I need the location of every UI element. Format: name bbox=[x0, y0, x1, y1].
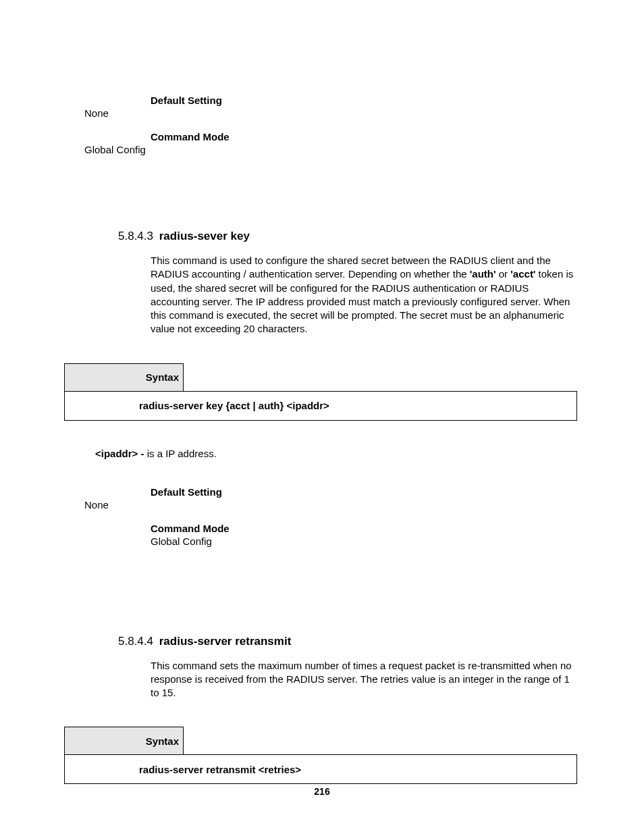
syntax-table-2: Syntax radius-server retransmit <retries… bbox=[64, 727, 577, 784]
section-heading-radius-server-retransmit: 5.8.4.4 radius-server retransmit bbox=[118, 635, 580, 648]
page-number: 216 bbox=[0, 786, 644, 797]
syntax-blank-cell-1 bbox=[184, 363, 577, 391]
section-number-2: 5.8.4.4 bbox=[118, 635, 153, 648]
param-desc-ipaddr: <ipaddr> - is a IP address. bbox=[95, 448, 580, 459]
syntax-command-1: radius-server key {acct | auth} <ipaddr> bbox=[65, 391, 577, 420]
section-heading-radius-server-key: 5.8.4.3 radius-sever key bbox=[118, 230, 580, 243]
syntax-label-cell-1: Syntax bbox=[65, 363, 184, 391]
syntax-label-cell-2: Syntax bbox=[65, 727, 184, 755]
param-name-ipaddr: <ipaddr> - bbox=[95, 448, 147, 459]
section-body-2: This command sets the maximum number of … bbox=[151, 659, 580, 700]
param-text-ipaddr: is a IP address. bbox=[147, 448, 217, 459]
command-mode-value-2: Global Config bbox=[151, 536, 580, 547]
section-number-1: 5.8.4.3 bbox=[118, 230, 153, 242]
syntax-table-1: Syntax radius-server key {acct | auth} <… bbox=[64, 363, 577, 421]
syntax-blank-cell-2 bbox=[184, 727, 577, 755]
default-setting-value-2: None bbox=[84, 499, 580, 511]
command-mode-value-1: Global Config bbox=[84, 144, 580, 155]
default-setting-label-1: Default Setting bbox=[151, 95, 580, 106]
default-setting-label-2: Default Setting bbox=[151, 486, 580, 498]
syntax-command-2: radius-server retransmit <retries> bbox=[65, 755, 577, 784]
section-body-1: This command is used to configure the sh… bbox=[151, 254, 580, 336]
section-title-2: radius-server retransmit bbox=[159, 635, 292, 648]
default-setting-value-1: None bbox=[84, 107, 580, 119]
command-mode-label-1: Command Mode bbox=[151, 131, 580, 142]
section-title-1: radius-sever key bbox=[159, 230, 250, 242]
command-mode-label-2: Command Mode bbox=[151, 523, 580, 534]
